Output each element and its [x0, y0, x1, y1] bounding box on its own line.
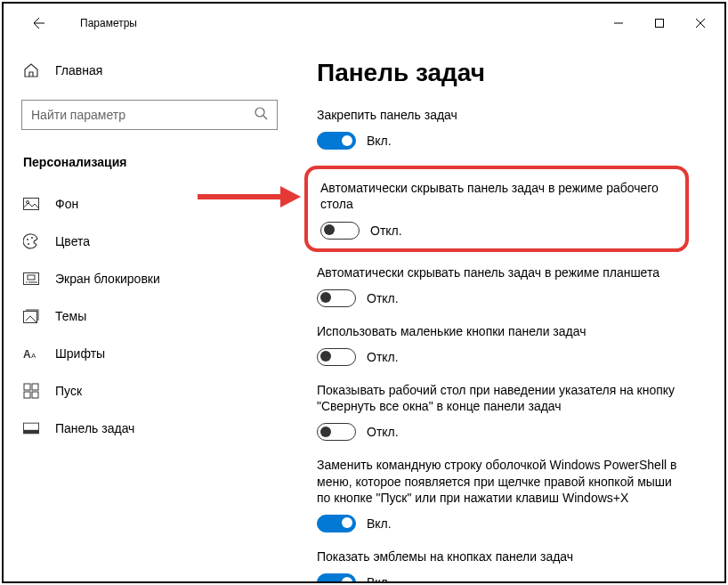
- sidebar-item-colors[interactable]: Цвета: [4, 223, 295, 260]
- setting-autohide-desktop: Автоматически скрывать панель задач в ре…: [320, 180, 673, 239]
- setting-autohide-tablet: Автоматически скрывать панель задач в ре…: [317, 264, 689, 307]
- sidebar-home-label: Главная: [55, 63, 102, 77]
- svg-rect-17: [32, 384, 38, 390]
- content: Панель задач Закрепить панель задач Вкл.…: [295, 43, 724, 581]
- sidebar-item-background[interactable]: Фон: [4, 185, 295, 223]
- back-button[interactable]: [18, 10, 59, 37]
- svg-rect-1: [656, 20, 664, 28]
- highlight-box: Автоматически скрывать панель задач в ре…: [304, 166, 689, 251]
- palette-icon: [23, 233, 39, 249]
- setting-badges: Показать эмблемы на кнопках панели задач…: [317, 548, 689, 581]
- setting-label: Заменить командную строку оболочкой Wind…: [317, 457, 689, 506]
- toggle-state: Откл.: [370, 223, 402, 238]
- setting-powershell: Заменить командную строку оболочкой Wind…: [317, 457, 689, 532]
- close-icon: [695, 18, 706, 28]
- svg-point-8: [31, 237, 33, 239]
- sidebar-item-start[interactable]: Пуск: [4, 372, 295, 410]
- sidebar-item-label: Темы: [55, 309, 86, 323]
- page-title: Панель задач: [317, 59, 689, 87]
- sidebar-item-label: Фон: [55, 197, 78, 211]
- sidebar-home[interactable]: Главная: [4, 53, 295, 87]
- toggle-small-buttons[interactable]: [317, 348, 356, 366]
- maximize-button[interactable]: [639, 10, 680, 37]
- setting-label: Использовать маленькие кнопки панели зад…: [317, 323, 689, 339]
- setting-label: Автоматически скрывать панель задач в ре…: [317, 264, 689, 280]
- lockscreen-icon: [23, 271, 39, 287]
- minimize-button[interactable]: [598, 10, 639, 37]
- sidebar-item-lockscreen[interactable]: Экран блокировки: [4, 260, 295, 297]
- svg-point-2: [255, 108, 264, 117]
- sidebar-item-fonts[interactable]: AA Шрифты: [4, 335, 295, 372]
- arrow-left-icon: [31, 16, 45, 30]
- svg-rect-4: [24, 199, 39, 210]
- home-icon: [23, 62, 39, 78]
- sidebar-category: Персонализация: [4, 151, 295, 185]
- svg-text:A: A: [31, 352, 36, 360]
- setting-label: Показывать рабочий стол при наведении ук…: [317, 382, 689, 414]
- sidebar-item-label: Шрифты: [55, 346, 105, 361]
- toggle-autohide-desktop[interactable]: [320, 222, 360, 240]
- toggle-state: Откл.: [367, 291, 399, 305]
- svg-point-11: [26, 281, 28, 283]
- toggle-lock-taskbar[interactable]: [317, 132, 356, 150]
- setting-lock-taskbar: Закрепить панель задач Вкл.: [317, 107, 689, 150]
- sidebar-item-label: Цвета: [55, 234, 90, 248]
- search-input[interactable]: [21, 100, 278, 130]
- toggle-autohide-tablet[interactable]: [317, 289, 356, 307]
- svg-rect-18: [24, 392, 30, 398]
- toggle-powershell[interactable]: [317, 515, 356, 532]
- fonts-icon: AA: [23, 345, 39, 362]
- sidebar-item-themes[interactable]: Темы: [4, 297, 295, 335]
- start-icon: [23, 383, 39, 399]
- toggle-state: Вкл.: [367, 134, 392, 148]
- svg-rect-9: [24, 273, 39, 285]
- svg-point-6: [27, 239, 28, 240]
- svg-rect-19: [32, 392, 38, 398]
- setting-label: Закрепить панель задач: [317, 107, 689, 123]
- toggle-state: Откл.: [367, 425, 399, 439]
- svg-text:A: A: [23, 348, 31, 361]
- taskbar-icon: [23, 420, 39, 436]
- svg-line-3: [263, 116, 267, 119]
- search-field[interactable]: [31, 108, 254, 122]
- toggle-state: Откл.: [367, 350, 399, 364]
- svg-point-7: [28, 243, 29, 245]
- themes-icon: [23, 308, 39, 324]
- svg-rect-10: [28, 275, 35, 280]
- toggle-peek-desktop[interactable]: [317, 423, 356, 441]
- close-button[interactable]: [680, 10, 721, 37]
- setting-small-buttons: Использовать маленькие кнопки панели зад…: [317, 323, 689, 366]
- sidebar: Главная Персонализация Фон Цвета Экран б…: [4, 43, 295, 581]
- setting-label: Показать эмблемы на кнопках панели задач: [317, 548, 689, 565]
- sidebar-item-taskbar[interactable]: Панель задач: [4, 410, 295, 447]
- window-title: Параметры: [80, 17, 137, 29]
- svg-rect-16: [24, 384, 30, 390]
- sidebar-item-label: Пуск: [55, 384, 82, 398]
- toggle-badges[interactable]: [317, 573, 356, 581]
- picture-icon: [23, 196, 39, 212]
- sidebar-item-label: Экран блокировки: [55, 272, 160, 286]
- setting-peek-desktop: Показывать рабочий стол при наведении ук…: [317, 382, 689, 441]
- setting-label: Автоматически скрывать панель задач в ре…: [320, 180, 673, 212]
- toggle-state: Вкл.: [367, 575, 392, 581]
- toggle-state: Вкл.: [367, 516, 392, 531]
- minimize-icon: [613, 18, 624, 28]
- search-icon: [254, 106, 268, 124]
- titlebar: Параметры: [4, 4, 724, 43]
- maximize-icon: [654, 18, 665, 28]
- svg-rect-21: [23, 430, 38, 434]
- sidebar-item-label: Панель задач: [55, 421, 134, 435]
